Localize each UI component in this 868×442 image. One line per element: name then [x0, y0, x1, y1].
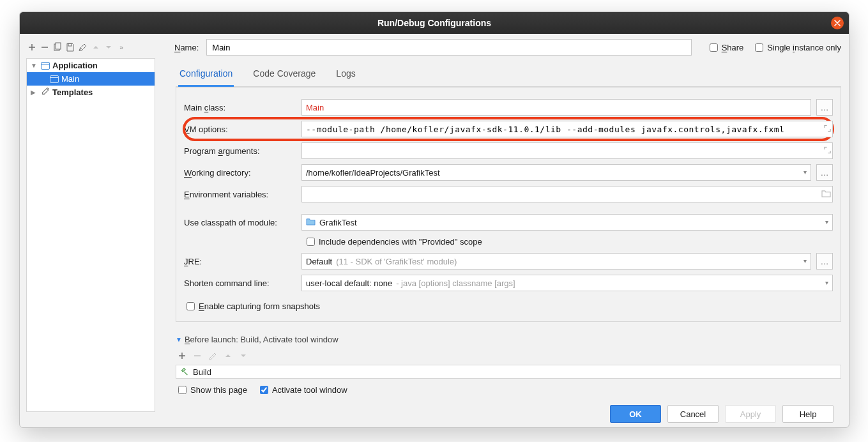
classpath-select[interactable]: GrafikTest ▾ — [301, 214, 833, 231]
tab-logs[interactable]: Logs — [335, 65, 356, 86]
main-class-input[interactable] — [301, 99, 811, 116]
top-row: » Name: Share Single instance only — [20, 34, 849, 58]
before-launch-section: ▼ Before launch: Build, Activate tool wi… — [176, 335, 841, 396]
activate-tool-window-checkbox[interactable]: Activate tool window — [257, 384, 347, 396]
before-launch-list[interactable]: Build — [176, 365, 841, 379]
tree-templates-node[interactable]: ▶ Templates — [27, 86, 155, 99]
dialog-body: » Name: Share Single instance only ▼ App… — [20, 34, 849, 427]
name-label: Name: — [174, 43, 199, 52]
tree-main-label: Main — [61, 74, 79, 84]
bl-edit-button[interactable] — [206, 349, 219, 362]
chevron-down-icon: ▾ — [803, 258, 807, 264]
before-launch-checkboxes: Show this page Activate tool window — [176, 379, 841, 396]
env-vars-input[interactable] — [301, 186, 833, 202]
program-args-input[interactable] — [301, 142, 833, 159]
include-provided-checkbox[interactable]: Include dependencies with "Provided" sco… — [304, 236, 482, 248]
expand-icon[interactable] — [824, 146, 831, 156]
before-launch-item: Build — [193, 367, 211, 377]
config-panel: Configuration Code Coverage Logs Main cl… — [155, 58, 849, 427]
row-vm-options: VM options: — [184, 121, 833, 137]
classpath-value: GrafikTest — [319, 218, 357, 227]
close-icon — [834, 20, 841, 26]
configuration-form: Main class: … VM options: Program ar — [176, 87, 841, 322]
vm-options-input[interactable] — [301, 121, 833, 137]
window-close-button[interactable] — [831, 17, 844, 29]
bl-down-button[interactable] — [237, 349, 250, 362]
tab-code-coverage[interactable]: Code Coverage — [252, 65, 317, 86]
remove-config-button[interactable] — [39, 41, 50, 54]
edit-templates-button[interactable] — [77, 41, 89, 54]
chevron-down-icon: ▾ — [825, 219, 828, 225]
main-area: ▼ Application Main ▶ Templates Configura… — [20, 58, 849, 427]
top-right-checkboxes: Share Single instance only — [707, 42, 841, 54]
cancel-button[interactable]: Cancel — [667, 405, 719, 423]
copy-config-button[interactable] — [52, 41, 63, 54]
tree-main-node[interactable]: Main — [27, 72, 155, 86]
bl-up-button[interactable] — [222, 349, 234, 362]
classpath-label: Use classpath of module: — [184, 218, 299, 227]
tree-application-label: Application — [52, 61, 98, 70]
chevron-down-icon: ▼ — [31, 63, 38, 69]
shorten-select[interactable]: user-local default: none - java [options… — [301, 275, 833, 291]
shorten-label: Shorten command line: — [184, 278, 299, 288]
tree-templates-label: Templates — [52, 88, 93, 97]
program-args-label: Program arguments: — [184, 146, 299, 156]
single-instance-checkbox[interactable]: Single instance only — [752, 42, 841, 54]
bl-add-button[interactable] — [176, 349, 188, 362]
row-main-class: Main class: … — [184, 99, 833, 116]
tab-configuration[interactable]: Configuration — [178, 65, 234, 87]
move-down-button[interactable] — [103, 41, 114, 54]
name-input[interactable] — [206, 39, 692, 56]
tree-application-node[interactable]: ▼ Application — [27, 59, 155, 72]
jre-hint: (11 - SDK of 'GrafikTest' module) — [336, 257, 457, 266]
row-working-directory: Working directory: /home/kofler/IdeaProj… — [184, 164, 833, 181]
left-toolbar: » — [25, 41, 153, 54]
application-icon — [50, 75, 59, 83]
tab-bar: Configuration Code Coverage Logs — [176, 58, 841, 87]
main-class-browse-button[interactable]: … — [816, 99, 833, 116]
share-checkbox[interactable]: Share — [707, 42, 744, 54]
jre-value: Default — [306, 257, 332, 266]
before-launch-toolbar — [176, 344, 841, 365]
workdir-label: Working directory: — [184, 168, 299, 178]
row-jre: JRE: Default (11 - SDK of 'GrafikTest' m… — [184, 253, 833, 270]
move-up-button[interactable] — [90, 41, 102, 54]
show-this-page-checkbox[interactable]: Show this page — [176, 384, 247, 396]
application-type-icon — [41, 62, 50, 70]
module-icon — [306, 217, 316, 227]
jre-browse-button[interactable]: … — [816, 253, 833, 270]
workdir-browse-button[interactable]: … — [816, 164, 833, 181]
jre-select[interactable]: Default (11 - SDK of 'GrafikTest' module… — [301, 253, 811, 270]
vm-options-label: VM options: — [184, 125, 299, 134]
toolbar-more-button[interactable]: » — [116, 41, 127, 54]
config-tree[interactable]: ▼ Application Main ▶ Templates — [26, 58, 155, 412]
bl-remove-button[interactable] — [191, 349, 204, 362]
ok-button[interactable]: OK — [610, 405, 661, 423]
jre-label: JRE: — [184, 257, 299, 266]
env-vars-label: Environment variables: — [184, 190, 299, 199]
expand-icon[interactable] — [824, 125, 831, 134]
window-title: Run/Debug Configurations — [377, 18, 491, 28]
add-config-button[interactable] — [26, 41, 38, 54]
enable-snapshots-checkbox[interactable]: Enable capturing form snapshots — [184, 300, 320, 312]
apply-button: Apply — [725, 405, 776, 423]
window-titlebar: Run/Debug Configurations — [20, 12, 849, 34]
save-config-button[interactable] — [65, 41, 76, 54]
help-button[interactable]: Help — [782, 405, 834, 423]
chevron-right-icon: ▶ — [31, 89, 38, 96]
svg-rect-1 — [56, 43, 61, 49]
before-launch-header[interactable]: ▼ Before launch: Build, Activate tool wi… — [176, 335, 841, 344]
chevron-down-icon: ▼ — [176, 337, 182, 343]
row-program-args: Program arguments: — [184, 142, 833, 159]
row-env-vars: Environment variables: — [184, 186, 833, 202]
folder-icon[interactable] — [821, 189, 831, 199]
dialog-footer: OK Cancel Apply Help — [176, 396, 841, 428]
workdir-value: /home/kofler/IdeaProjects/GrafikTest — [306, 168, 440, 178]
build-icon — [180, 367, 189, 377]
row-shorten: Shorten command line: user-local default… — [184, 275, 833, 291]
chevron-down-icon: ▾ — [825, 280, 828, 286]
wrench-icon — [41, 87, 50, 98]
main-class-label: Main class: — [184, 103, 299, 112]
workdir-input[interactable]: /home/kofler/IdeaProjects/GrafikTest ▾ — [301, 164, 811, 181]
chevron-down-icon: ▾ — [803, 169, 807, 176]
